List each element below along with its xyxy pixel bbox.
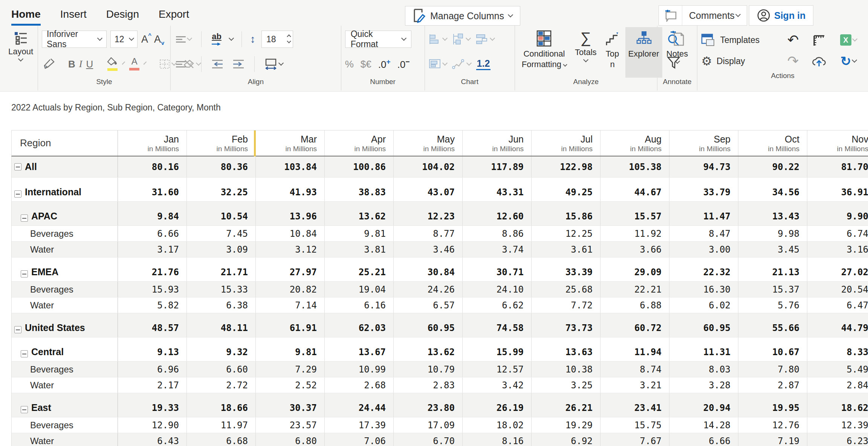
value-cell[interactable]: 3.12 bbox=[256, 242, 325, 257]
value-cell[interactable]: 105.38 bbox=[601, 156, 669, 177]
value-cell[interactable]: 30.37 bbox=[256, 393, 325, 417]
export-excel-button[interactable]: X bbox=[840, 34, 857, 46]
comments-button[interactable]: Comments bbox=[659, 5, 747, 26]
combo-chart-button[interactable] bbox=[475, 34, 494, 45]
value-cell[interactable]: 18.66 bbox=[187, 393, 256, 417]
value-cell[interactable]: 22.32 bbox=[669, 257, 738, 281]
value-cell[interactable]: 6.57 bbox=[394, 297, 463, 313]
value-cell[interactable]: 17.09 bbox=[394, 417, 463, 433]
month-column-header[interactable]: Julin Millions bbox=[532, 130, 601, 156]
value-cell[interactable]: 30.71 bbox=[463, 257, 532, 281]
value-cell[interactable]: 13.43 bbox=[738, 202, 807, 225]
redo-button[interactable]: ↷ bbox=[781, 54, 805, 68]
value-cell[interactable]: 6.02 bbox=[669, 297, 738, 313]
value-cell[interactable]: 8.86 bbox=[463, 226, 532, 241]
value-cell[interactable]: 9.81 bbox=[325, 226, 394, 241]
explorer-button[interactable]: Explorer bbox=[625, 27, 662, 78]
value-cell[interactable]: 44.67 bbox=[601, 178, 669, 201]
value-cell[interactable]: 26.19 bbox=[463, 393, 532, 417]
value-cell[interactable]: 3.09 bbox=[187, 242, 256, 257]
value-cell[interactable]: 12.25 bbox=[532, 226, 601, 241]
value-cell[interactable]: 21.13 bbox=[738, 257, 807, 281]
value-cell[interactable]: 6.96 bbox=[118, 362, 187, 377]
value-cell[interactable]: 19.95 bbox=[738, 393, 807, 417]
value-cell[interactable]: 100.86 bbox=[325, 156, 394, 177]
value-cell[interactable]: 26.21 bbox=[532, 393, 601, 417]
value-cell[interactable]: 38.83 bbox=[325, 178, 394, 201]
row-label-cell[interactable]: Beverages bbox=[12, 226, 118, 241]
shrink-font-button[interactable]: Av bbox=[154, 34, 163, 45]
region-column-header[interactable]: Region bbox=[12, 130, 118, 156]
font-color-chevron[interactable] bbox=[144, 61, 147, 64]
value-cell[interactable]: 24.10 bbox=[463, 282, 532, 297]
decimal-places-button[interactable]: 1.2 bbox=[476, 58, 491, 70]
layout-button[interactable]: Layout bbox=[8, 27, 34, 62]
tab-export[interactable]: Export bbox=[159, 8, 189, 26]
value-cell[interactable]: 7.06 bbox=[325, 433, 394, 446]
value-cell[interactable]: 6.88 bbox=[601, 297, 669, 313]
value-cell[interactable]: 29.09 bbox=[601, 257, 669, 281]
display-button[interactable]: ⚙ Display bbox=[701, 55, 781, 67]
month-column-header[interactable]: Mayin Millions bbox=[394, 130, 463, 156]
value-cell[interactable]: 2.68 bbox=[325, 377, 394, 393]
value-cell[interactable]: 6.74 bbox=[807, 226, 868, 241]
font-color-button[interactable]: A bbox=[128, 57, 141, 71]
row-label-cell[interactable]: Beverages bbox=[12, 282, 118, 297]
value-cell[interactable]: 10.38 bbox=[532, 362, 601, 377]
value-cell[interactable]: 8.77 bbox=[394, 226, 463, 241]
value-cell[interactable]: 80.16 bbox=[118, 156, 187, 177]
value-cell[interactable]: 48.11 bbox=[187, 313, 256, 337]
row-label-cell[interactable]: APAC bbox=[12, 202, 118, 225]
month-column-header[interactable]: Octin Millions bbox=[738, 130, 807, 156]
tab-design[interactable]: Design bbox=[106, 8, 139, 26]
value-cell[interactable]: 61.91 bbox=[256, 313, 325, 337]
value-cell[interactable]: 94.73 bbox=[669, 156, 738, 177]
month-column-header[interactable]: Marin Millions bbox=[256, 130, 325, 156]
row-label-cell[interactable]: Water bbox=[12, 433, 118, 446]
value-cell[interactable]: 48.57 bbox=[118, 313, 187, 337]
value-cell[interactable]: 9.90 bbox=[807, 202, 868, 225]
value-cell[interactable]: 3.28 bbox=[669, 377, 738, 393]
collapse-icon[interactable] bbox=[21, 350, 28, 357]
value-cell[interactable]: 6.62 bbox=[463, 297, 532, 313]
value-cell[interactable]: 33.79 bbox=[669, 178, 738, 201]
value-cell[interactable]: 41.93 bbox=[256, 178, 325, 201]
value-cell[interactable]: 9.13 bbox=[118, 337, 187, 361]
value-cell[interactable]: 44.79 bbox=[807, 313, 868, 337]
italic-button[interactable]: I bbox=[79, 58, 83, 70]
value-cell[interactable]: 21.71 bbox=[187, 257, 256, 281]
value-cell[interactable]: 13.62 bbox=[394, 337, 463, 361]
outdent-button[interactable] bbox=[210, 58, 225, 70]
value-cell[interactable]: 117.89 bbox=[463, 156, 532, 177]
value-cell[interactable]: 5.49 bbox=[807, 362, 868, 377]
month-column-header[interactable]: Novin Millions bbox=[807, 130, 868, 156]
row-label-cell[interactable]: Beverages bbox=[12, 417, 118, 433]
month-column-header[interactable]: Janin Millions bbox=[118, 130, 187, 156]
value-cell[interactable]: 60.95 bbox=[394, 313, 463, 337]
value-cell[interactable]: 74.58 bbox=[463, 313, 532, 337]
resize-button[interactable] bbox=[812, 34, 826, 46]
value-cell[interactable]: 7.14 bbox=[256, 297, 325, 313]
value-cell[interactable]: 23.80 bbox=[394, 393, 463, 417]
value-cell[interactable]: 14.28 bbox=[669, 417, 738, 433]
value-cell[interactable]: 81.70 bbox=[807, 156, 868, 177]
value-cell[interactable]: 31.60 bbox=[118, 178, 187, 201]
value-cell[interactable]: 62.03 bbox=[325, 313, 394, 337]
value-cell[interactable]: 10.99 bbox=[325, 362, 394, 377]
value-cell[interactable]: 6.70 bbox=[394, 433, 463, 446]
value-cell[interactable]: 6.38 bbox=[187, 297, 256, 313]
value-cell[interactable]: 2.83 bbox=[394, 377, 463, 393]
row-label-cell[interactable]: Water bbox=[12, 297, 118, 313]
value-cell[interactable]: 3.74 bbox=[463, 242, 532, 257]
value-cell[interactable]: 8.03 bbox=[669, 362, 738, 377]
value-cell[interactable]: 55.66 bbox=[738, 313, 807, 337]
value-cell[interactable]: 23.41 bbox=[601, 393, 669, 417]
vertical-align-button[interactable] bbox=[174, 35, 193, 43]
wrap-text-button[interactable]: ab bbox=[210, 32, 223, 47]
percent-format-button[interactable]: % bbox=[345, 58, 354, 70]
value-cell[interactable]: 8.16 bbox=[463, 433, 532, 446]
value-cell[interactable]: 5.76 bbox=[738, 297, 807, 313]
wrap-text-chevron[interactable] bbox=[229, 35, 234, 41]
horizontal-align-button[interactable] bbox=[174, 60, 193, 68]
manage-columns-button[interactable]: Manage Columns bbox=[405, 6, 520, 26]
